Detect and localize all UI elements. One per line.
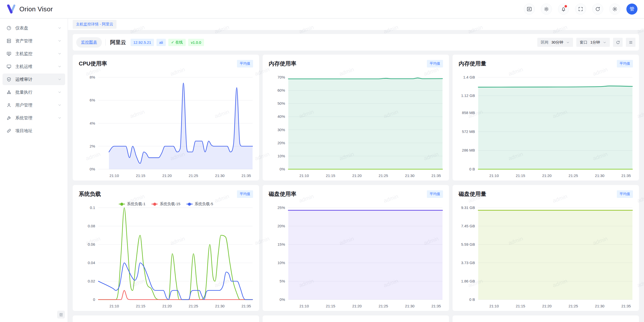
svg-text:21:20: 21:20 — [542, 173, 552, 178]
settings-button[interactable] — [609, 4, 620, 15]
user-icon — [6, 102, 12, 108]
sidebar-item-label: 批量执行 — [15, 89, 58, 95]
avg-badge[interactable]: 平均值 — [427, 60, 443, 67]
refresh-button[interactable] — [592, 4, 603, 15]
range-select[interactable]: 区间 30分钟 — [537, 38, 573, 47]
code-button[interactable] — [524, 4, 535, 15]
chart-list-button[interactable] — [626, 38, 635, 47]
sun-icon — [544, 6, 549, 12]
host-tag: ✓ 在线 — [168, 39, 186, 46]
sidebar-item-host-ops[interactable]: 主机运维 — [3, 61, 65, 72]
svg-text:21:25: 21:25 — [379, 304, 388, 308]
brand: Orion Visor — [7, 5, 53, 14]
avg-badge[interactable]: 平均值 — [427, 190, 443, 198]
legend-marker — [119, 204, 125, 204]
svg-text:21:30: 21:30 — [405, 304, 415, 308]
svg-text:15%: 15% — [277, 242, 285, 246]
legend-label: 系统负载-15 — [160, 202, 180, 206]
sidebar-collapse-button[interactable] — [57, 311, 65, 318]
sidebar-item-project-link[interactable]: 项目地址 — [3, 125, 65, 136]
sidebar-item-dashboard[interactable]: 仪表盘 — [3, 22, 65, 34]
sidebar-item-system-mgmt[interactable]: 系统管理 — [3, 112, 65, 124]
svg-text:21:35: 21:35 — [242, 304, 251, 308]
sidebar-item-label: 用户管理 — [15, 102, 58, 108]
theme-button[interactable] — [541, 4, 552, 15]
sidebar-item-assets[interactable]: 资产管理 — [3, 35, 65, 47]
svg-text:21:30: 21:30 — [595, 173, 605, 178]
avatar[interactable]: 管 — [626, 4, 637, 15]
disk-amount-chart: 0 B1.86 GB3.73 GB5.59 GB7.45 GB9.31 GB21… — [453, 201, 639, 311]
sidebar-item-host-monitor[interactable]: 主机监控 — [3, 48, 65, 59]
chart-card-stub — [453, 315, 639, 322]
svg-text:21:15: 21:15 — [136, 304, 145, 308]
fullscreen-button[interactable] — [575, 4, 586, 15]
cpu-usage-card: CPU使用率 平均值 0%2%4%6%8%21:1021:1521:2021:2… — [73, 55, 259, 181]
svg-text:21:35: 21:35 — [621, 304, 631, 308]
avg-badge[interactable]: 平均值 — [617, 60, 633, 67]
sidebar-item-batch-exec[interactable]: 批量执行 — [3, 86, 65, 98]
host-tag: 12.92.5.21 — [131, 39, 154, 46]
svg-text:21:25: 21:25 — [189, 173, 198, 178]
svg-text:286 MB: 286 MB — [462, 148, 475, 152]
notification-dot — [564, 5, 568, 8]
menu-icon — [629, 40, 633, 45]
system-load-card: 系统负载 平均值 系统负载-1系统负载-15系统负载-5 00.020.040.… — [73, 185, 259, 311]
svg-text:21:15: 21:15 — [516, 173, 525, 178]
server-icon — [6, 38, 12, 44]
svg-text:21:30: 21:30 — [595, 304, 605, 308]
svg-text:21:20: 21:20 — [162, 173, 172, 178]
svg-text:8%: 8% — [90, 75, 95, 79]
shield-check-icon — [6, 77, 12, 82]
svg-text:21:25: 21:25 — [569, 304, 578, 308]
sidebar-item-ops-audit[interactable]: 运维审计 — [3, 74, 65, 85]
header-actions: 管 — [524, 4, 637, 15]
sidebar-item-label: 运维审计 — [15, 77, 58, 82]
notifications-button[interactable] — [558, 4, 569, 15]
legend-item[interactable]: 系统负载-1 — [119, 202, 145, 206]
sidebar-item-label: 系统管理 — [15, 115, 58, 121]
svg-text:1.12 GB: 1.12 GB — [461, 93, 475, 98]
legend-label: 系统负载-1 — [127, 202, 145, 206]
chart-card-stub — [263, 315, 449, 322]
svg-text:60%: 60% — [277, 88, 285, 92]
sidebar: 仪表盘资产管理主机监控主机运维运维审计批量执行用户管理系统管理项目地址 — [0, 19, 68, 322]
legend-item[interactable]: 系统负载-5 — [186, 202, 213, 206]
avg-badge[interactable]: 平均值 — [237, 60, 253, 67]
svg-text:10%: 10% — [277, 154, 285, 158]
chart-title: 内存使用量 — [459, 60, 486, 67]
avg-badge[interactable]: 平均值 — [617, 190, 633, 198]
divider — [105, 39, 106, 46]
legend-item[interactable]: 系统负载-15 — [151, 202, 180, 206]
svg-text:7.45 GB: 7.45 GB — [461, 224, 475, 228]
tab-monitor-charts[interactable]: 监控图表 — [76, 37, 102, 48]
refresh-icon — [616, 40, 620, 45]
svg-text:21:15: 21:15 — [326, 173, 335, 178]
svg-text:21:10: 21:10 — [299, 304, 309, 308]
chart-title: 磁盘使用量 — [459, 190, 486, 198]
cpu-usage-chart: 0%2%4%6%8%21:1021:1521:2021:2521:3021:35 — [73, 71, 259, 181]
window-select[interactable]: 窗口 1分钟 — [576, 38, 610, 47]
breadcrumb-tab[interactable]: 主机监控详情 - 阿里云 — [73, 20, 116, 29]
svg-text:572 MB: 572 MB — [462, 129, 475, 134]
svg-text:21:20: 21:20 — [352, 304, 362, 308]
app-header: Orion Visor 管 — [0, 0, 644, 18]
svg-text:21:10: 21:10 — [299, 173, 309, 178]
disk-rate-chart: 0%5%10%15%20%25%21:1021:1521:2021:2521:3… — [263, 201, 449, 311]
sidebar-item-user-mgmt[interactable]: 用户管理 — [3, 99, 65, 111]
charts-refresh-button[interactable] — [613, 38, 623, 47]
svg-text:0.08: 0.08 — [88, 224, 95, 228]
wrench-icon — [6, 115, 12, 121]
svg-text:21:10: 21:10 — [489, 304, 499, 308]
chevron-down-icon — [58, 39, 61, 43]
svg-text:20%: 20% — [277, 224, 285, 228]
svg-text:21:30: 21:30 — [405, 173, 415, 178]
svg-text:21:15: 21:15 — [326, 304, 335, 308]
svg-text:21:20: 21:20 — [162, 304, 172, 308]
avg-badge[interactable]: 平均值 — [237, 190, 253, 198]
page-scroll-area: 监控图表 阿里云 12.92.5.21ali✓ 在线v1.0.0 区间 30分钟… — [68, 30, 644, 322]
host-tag: v1.0.0 — [188, 39, 204, 46]
main-content: 主机监控详情 - 阿里云 监控图表 阿里云 12.92.5.21ali✓ 在线v… — [68, 19, 644, 322]
svg-text:2%: 2% — [90, 144, 95, 148]
chevron-down-icon — [58, 26, 61, 30]
svg-text:4%: 4% — [90, 121, 95, 125]
